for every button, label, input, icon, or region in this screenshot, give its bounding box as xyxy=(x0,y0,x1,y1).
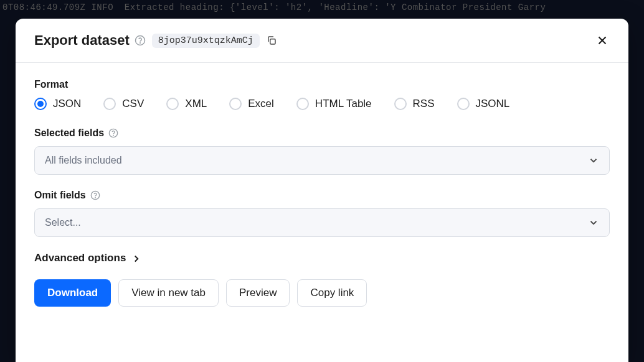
select-placeholder: All fields included xyxy=(45,155,122,166)
chevron-down-icon xyxy=(588,155,599,166)
chevron-down-icon xyxy=(588,217,599,228)
view-in-new-tab-button[interactable]: View in new tab xyxy=(118,279,219,307)
help-icon[interactable] xyxy=(90,190,101,201)
svg-point-4 xyxy=(113,135,114,136)
radio-label: JSONL xyxy=(476,98,510,110)
radio-circle-icon xyxy=(166,98,179,110)
button-row: Download View in new tab Preview Copy li… xyxy=(34,279,610,307)
radio-circle-icon xyxy=(296,98,309,110)
copy-link-button[interactable]: Copy link xyxy=(297,279,367,307)
radio-circle-icon xyxy=(457,98,470,110)
selected-fields-label: Selected fields xyxy=(34,128,610,139)
modal-header: Export dataset 8jop37u9xtqzkAmCj xyxy=(16,19,628,63)
radio-label: XML xyxy=(185,98,207,110)
format-label: Format xyxy=(34,79,610,90)
advanced-options-toggle[interactable]: Advanced options xyxy=(34,252,610,264)
radio-xml[interactable]: XML xyxy=(166,98,207,110)
radio-circle-icon xyxy=(394,98,407,110)
modal-body: Format JSON CSV XML Excel HTML Table xyxy=(16,63,628,325)
radio-json[interactable]: JSON xyxy=(34,98,81,110)
radio-label: RSS xyxy=(413,98,435,110)
svg-rect-2 xyxy=(270,39,275,44)
export-dataset-modal: Export dataset 8jop37u9xtqzkAmCj Format xyxy=(16,19,628,362)
help-icon[interactable] xyxy=(108,128,119,139)
chevron-right-icon xyxy=(131,253,141,263)
radio-circle-icon xyxy=(229,98,242,110)
close-icon[interactable] xyxy=(595,33,610,48)
modal-title: Export dataset xyxy=(34,32,130,49)
radio-label: Excel xyxy=(248,98,274,110)
dataset-id: 8jop37u9xtqzkAmCj xyxy=(152,34,260,48)
omit-fields-select[interactable]: Select... xyxy=(34,208,610,237)
download-button[interactable]: Download xyxy=(34,279,111,307)
radio-circle-icon xyxy=(103,98,116,110)
svg-point-1 xyxy=(140,43,140,44)
help-icon[interactable] xyxy=(135,35,146,46)
radio-jsonl[interactable]: JSONL xyxy=(457,98,510,110)
selected-fields-select[interactable]: All fields included xyxy=(34,146,610,175)
preview-button[interactable]: Preview xyxy=(226,279,290,307)
radio-label: CSV xyxy=(122,98,144,110)
svg-point-3 xyxy=(109,129,117,137)
radio-circle-icon xyxy=(34,98,47,110)
copy-icon[interactable] xyxy=(266,35,277,46)
radio-excel[interactable]: Excel xyxy=(229,98,274,110)
radio-csv[interactable]: CSV xyxy=(103,98,144,110)
radio-label: HTML Table xyxy=(315,98,372,110)
svg-point-6 xyxy=(95,197,95,198)
radio-label: JSON xyxy=(53,98,81,110)
omit-fields-label: Omit fields xyxy=(34,190,610,201)
advanced-options-label: Advanced options xyxy=(34,252,126,264)
radio-rss[interactable]: RSS xyxy=(394,98,435,110)
radio-html-table[interactable]: HTML Table xyxy=(296,98,372,110)
select-placeholder: Select... xyxy=(45,217,81,228)
format-radio-group: JSON CSV XML Excel HTML Table RSS xyxy=(34,98,610,110)
